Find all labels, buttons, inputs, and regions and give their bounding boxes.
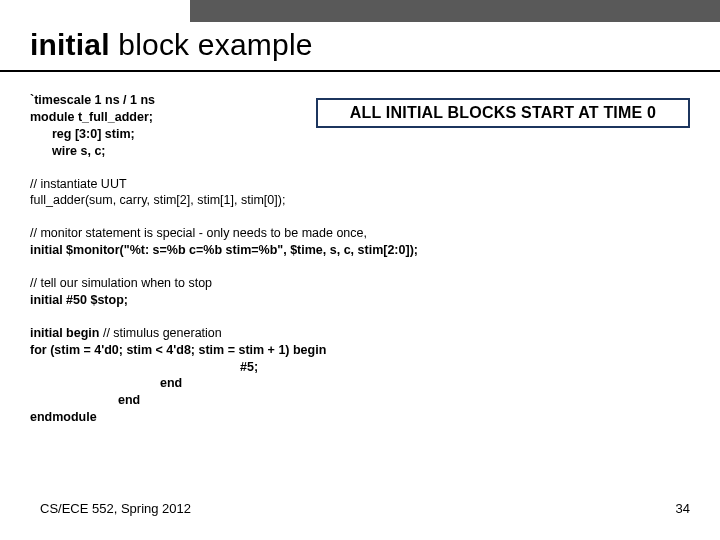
title-underline [0, 70, 720, 72]
footer-left: CS/ECE 552, Spring 2012 [40, 501, 191, 516]
code-line: initial $monitor("%t: s=%b c=%b stim=%b"… [30, 242, 690, 259]
code-line: initial begin // stimulus generation [30, 325, 690, 342]
title-rest: block example [110, 28, 313, 61]
code-span: initial begin [30, 326, 99, 340]
code-block-4: // tell our simulation when to stop init… [30, 275, 690, 309]
code-line: wire s, c; [30, 143, 690, 160]
code-line: endmodule [30, 409, 690, 426]
code-line: for (stim = 4'd0; stim < 4'd8; stim = st… [30, 342, 690, 359]
code-block-3: // monitor statement is special - only n… [30, 225, 690, 259]
code-block-5: initial begin // stimulus generation for… [30, 325, 690, 426]
code-content: `timescale 1 ns / 1 ns module t_full_add… [30, 92, 690, 442]
code-line: end [30, 375, 690, 392]
code-line: // instantiate UUT [30, 176, 690, 193]
code-line: // tell our simulation when to stop [30, 275, 690, 292]
code-line: #5; [30, 359, 690, 376]
code-line: `timescale 1 ns / 1 ns [30, 92, 690, 109]
title-bold: initial [30, 28, 110, 61]
code-block-2: // instantiate UUT full_adder(sum, carry… [30, 176, 690, 210]
code-line: reg [3:0] stim; [30, 126, 690, 143]
code-block-1: `timescale 1 ns / 1 ns module t_full_add… [30, 92, 690, 160]
page-number: 34 [676, 501, 690, 516]
code-line: full_adder(sum, carry, stim[2], stim[1],… [30, 192, 690, 209]
code-line: end [30, 392, 690, 409]
code-span: // stimulus generation [99, 326, 221, 340]
code-line: module t_full_adder; [30, 109, 690, 126]
slide-title: initial block example [30, 28, 313, 62]
code-line: initial #50 $stop; [30, 292, 690, 309]
code-line: // monitor statement is special - only n… [30, 225, 690, 242]
header-accent-bar [190, 0, 720, 22]
